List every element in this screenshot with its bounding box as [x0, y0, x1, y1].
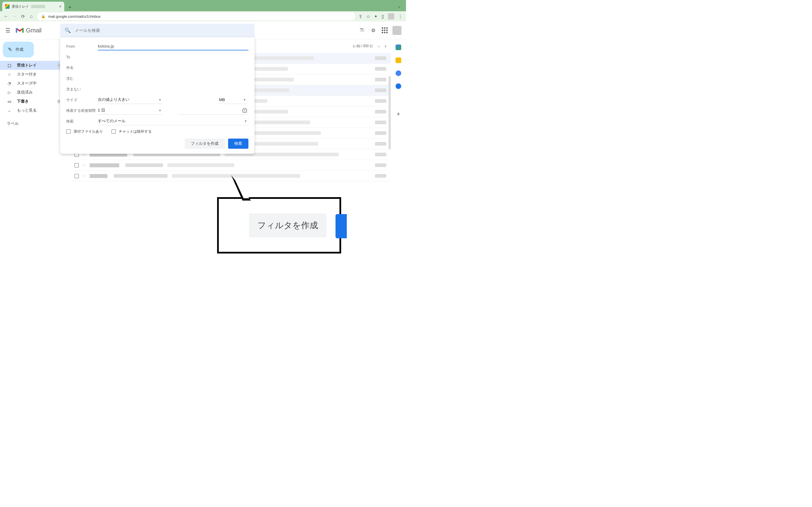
extensions-icon[interactable]: ✦: [374, 14, 377, 18]
callout-blue-edge: [336, 214, 347, 238]
subject-label: 件名: [66, 65, 98, 70]
page-range: 1–50 / 行: [353, 44, 373, 49]
redacted-subject: [125, 163, 163, 167]
search-box[interactable]: 🔍 From To 件名 含む 含まない: [60, 24, 255, 37]
gmail-logo[interactable]: Gmail: [15, 27, 42, 34]
svg-point-5: [244, 110, 245, 111]
svg-rect-1: [22, 28, 24, 33]
redacted-date: [375, 163, 386, 167]
sidebar-item-4[interactable]: ▭下書き: [0, 97, 66, 106]
settings-gear-icon[interactable]: ⚙: [370, 27, 377, 34]
next-page-icon[interactable]: ›: [385, 44, 386, 49]
reader-icon[interactable]: ▯: [382, 14, 384, 19]
gmail-m-icon: [15, 27, 24, 34]
hamburger-menu-icon[interactable]: ☰: [4, 27, 11, 34]
redacted-sender: [90, 163, 119, 167]
chevron-down-icon: ▼: [158, 98, 161, 101]
sidebar-item-5[interactable]: ⌄もっと見る: [0, 106, 66, 115]
sidebar: ✎ 作成 ▢受信トレイ☆スター付き◔スヌーズ中▷送信済み▭下書き⌄もっと見る ラ…: [0, 40, 70, 253]
apps-grid-icon[interactable]: [381, 27, 388, 34]
exclude-chats-checkbox[interactable]: チャットは除外する: [111, 129, 152, 134]
to-input[interactable]: [98, 53, 248, 61]
sidebar-icon: ▷: [7, 90, 12, 95]
has-attachment-checkbox[interactable]: 添付ファイルあり: [66, 129, 103, 134]
sidebar-item-1[interactable]: ☆スター付き: [0, 70, 66, 79]
to-label: To: [66, 55, 98, 59]
sidebar-icon: ☆: [7, 72, 12, 76]
star-icon[interactable]: ☆: [82, 173, 86, 179]
bookmark-icon[interactable]: ☆: [366, 14, 370, 19]
redacted-date: [375, 174, 386, 178]
contacts-app-icon[interactable]: [396, 83, 401, 89]
row-checkbox[interactable]: [74, 163, 79, 168]
from-input[interactable]: [98, 43, 248, 50]
size-value-input[interactable]: [174, 96, 213, 104]
advanced-search-panel: From To 件名 含む 含まない サイズ 次の値: [60, 37, 255, 154]
sidebar-item-0[interactable]: ▢受信トレイ: [0, 61, 66, 70]
url-text: mail.google.com/mail/u/1/#inbox: [48, 14, 101, 18]
share-icon[interactable]: ⇪: [359, 14, 362, 19]
redacted-snippet: [167, 163, 234, 167]
home-icon[interactable]: ⌂: [29, 14, 34, 19]
checkbox-icon: [111, 129, 116, 134]
header-right: ?⃝ ⚙: [359, 26, 402, 35]
subject-input[interactable]: [98, 64, 248, 72]
tab-list-chevron-icon[interactable]: ⌄: [398, 4, 401, 8]
size-label: サイズ: [66, 98, 98, 103]
sidebar-item-3[interactable]: ▷送信済み: [0, 88, 66, 97]
prev-page-icon[interactable]: ‹: [378, 44, 379, 49]
scrollbar[interactable]: [389, 76, 391, 149]
sidebar-icon: ▢: [7, 63, 12, 68]
calendar-app-icon[interactable]: [396, 45, 401, 50]
compose-button[interactable]: ✎ 作成: [3, 42, 34, 57]
help-icon[interactable]: ?⃝: [359, 27, 365, 34]
browser-tab-strip: 受信トレイ × + ⌄: [0, 0, 406, 11]
kebab-menu-icon[interactable]: ⋮: [398, 14, 403, 19]
date-range-select[interactable]: 1 日▼: [98, 107, 163, 115]
date-picker[interactable]: [178, 107, 248, 115]
search-input[interactable]: [75, 28, 250, 33]
size-unit-select[interactable]: MB▼: [219, 96, 247, 104]
redacted-date: [375, 89, 386, 92]
tab-title: 受信トレイ: [12, 4, 29, 9]
size-operator-select[interactable]: 次の値より大きい▼: [98, 96, 163, 104]
profile-avatar[interactable]: [388, 13, 394, 19]
account-avatar[interactable]: [393, 26, 402, 35]
keep-app-icon[interactable]: [396, 57, 401, 63]
chevron-down-icon: ▼: [244, 119, 247, 123]
has-words-input[interactable]: [98, 75, 248, 82]
browser-tab[interactable]: 受信トレイ ×: [2, 2, 64, 11]
create-filter-button[interactable]: フィルタを作成: [185, 138, 225, 149]
chevron-down-icon: ▼: [158, 109, 161, 112]
search-icon[interactable]: 🔍: [64, 27, 71, 34]
redacted-subject: [114, 174, 167, 178]
callout-arrow-icon: [231, 175, 265, 202]
not-words-input[interactable]: [98, 86, 248, 93]
address-bar[interactable]: 🔒 mail.google.com/mail/u/1/#inbox: [37, 12, 355, 20]
close-tab-icon[interactable]: ×: [59, 4, 61, 9]
mail-row[interactable]: ☆: [70, 171, 391, 181]
back-icon[interactable]: ←: [3, 14, 8, 19]
labels-heading: ラベル +: [0, 115, 70, 126]
sidebar-item-2[interactable]: ◔スヌーズ中: [0, 79, 66, 88]
search-in-label: 検索: [66, 119, 98, 124]
redacted-sender: [90, 174, 107, 178]
browser-right-icons: ⇪ ☆ ✦ ▯ ⋮: [359, 13, 403, 19]
new-tab-button[interactable]: +: [66, 3, 74, 11]
add-app-icon[interactable]: +: [397, 110, 400, 118]
star-icon[interactable]: ☆: [82, 163, 86, 168]
from-label: From: [66, 44, 98, 48]
search-in-select[interactable]: すべてのメール▼: [98, 117, 248, 125]
redacted-date: [375, 131, 386, 135]
redacted-date: [375, 78, 386, 81]
search-button[interactable]: 検索: [228, 138, 248, 149]
row-checkbox[interactable]: [74, 174, 79, 178]
tasks-app-icon[interactable]: [396, 70, 401, 76]
redacted-date: [375, 99, 386, 103]
sidebar-icon: ⌄: [7, 108, 12, 113]
gmail-header: ☰ Gmail 🔍 From To 件名 含む: [0, 21, 406, 40]
forward-icon[interactable]: →: [12, 14, 17, 19]
reload-icon[interactable]: ⟳: [20, 14, 26, 19]
mail-row[interactable]: ☆: [70, 160, 391, 171]
svg-rect-4: [245, 108, 246, 109]
